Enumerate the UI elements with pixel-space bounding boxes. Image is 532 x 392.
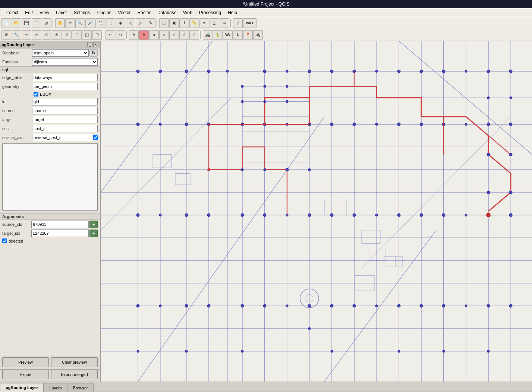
menu-layer[interactable]: Layer: [53, 9, 70, 16]
georef-btn[interactable]: 📍: [243, 30, 253, 40]
reverse-cost-checkbox[interactable]: [93, 135, 98, 140]
digitize-btn-10[interactable]: ⊞: [92, 30, 102, 40]
menu-raster[interactable]: Raster: [135, 9, 154, 16]
edge-table-row: edge_table: [0, 73, 100, 82]
pan-button[interactable]: ✋: [55, 18, 65, 28]
bbox-label[interactable]: BBOX: [40, 92, 51, 97]
target-ids-pick-button[interactable]: ●: [89, 230, 98, 237]
menu-project[interactable]: Project: [1, 9, 21, 16]
digitize-btn-4[interactable]: ✂: [32, 30, 41, 40]
label-btn-1[interactable]: A: [129, 30, 139, 40]
save-project-button[interactable]: 💾: [22, 18, 31, 28]
zoom-out-button[interactable]: 🔎: [85, 18, 95, 28]
digitize-btn-3[interactable]: ✏: [22, 30, 31, 40]
menu-edit[interactable]: Edit: [22, 9, 36, 16]
directed-checkbox[interactable]: [2, 238, 7, 243]
database-select[interactable]: osm_spain: [32, 49, 89, 57]
attribute-table-button[interactable]: ≡: [199, 18, 209, 28]
cost-input[interactable]: [32, 125, 98, 132]
select-rect-button[interactable]: ▣: [169, 18, 179, 28]
calculator-button[interactable]: ≋: [220, 18, 229, 28]
tab-browser[interactable]: Browser: [67, 383, 93, 392]
preview-button[interactable]: Preview: [2, 357, 49, 367]
digitize-btn-8[interactable]: ⊙: [72, 30, 82, 40]
source-input[interactable]: [32, 107, 98, 114]
zoom-next-button[interactable]: ▷: [136, 18, 145, 28]
help-button[interactable]: ?: [233, 18, 243, 28]
function-select[interactable]: dijkstra: [32, 58, 98, 66]
measure-button[interactable]: 📏: [189, 18, 199, 28]
undo-button[interactable]: ↩: [106, 30, 115, 40]
target-ids-input[interactable]: [31, 230, 89, 237]
digitize-btn-6[interactable]: ⊗: [52, 30, 62, 40]
new-project-button[interactable]: 📄: [1, 18, 11, 28]
digitize-btn-5[interactable]: ⊕: [42, 30, 51, 40]
zoom-full-button[interactable]: ⛶: [95, 18, 105, 28]
geometry-input[interactable]: [32, 83, 98, 90]
open-project-button[interactable]: 📂: [12, 18, 21, 28]
svg-point-51: [263, 70, 266, 73]
database-refresh-button[interactable]: ↻: [89, 49, 98, 57]
map-svg: [101, 41, 532, 382]
statistics-button[interactable]: Σ: [210, 18, 219, 28]
label-btn-7[interactable]: A: [189, 30, 199, 40]
menu-plugins[interactable]: Plugins: [94, 9, 114, 16]
digitize-btn-9[interactable]: ◫: [82, 30, 92, 40]
clear-preview-button[interactable]: Clear preview: [51, 357, 98, 367]
reverse-cost-input[interactable]: [32, 134, 92, 141]
toolbar2-separator-1: [103, 31, 104, 39]
target-ids-row: target_ids ●: [0, 229, 100, 238]
map-canvas-area[interactable]: [101, 41, 532, 382]
menu-help[interactable]: Help: [225, 9, 240, 16]
label-btn-5[interactable]: A: [169, 30, 179, 40]
panel-minimize-button[interactable]: _: [87, 42, 92, 47]
menu-vector[interactable]: Vector: [115, 9, 134, 16]
label-btn-4[interactable]: a: [159, 30, 169, 40]
zoom-in-button[interactable]: 🔍: [75, 18, 85, 28]
reverse-cost-row: reverse_cost: [0, 133, 100, 142]
bbox-checkbox[interactable]: [34, 92, 38, 97]
save-as-button[interactable]: 📋: [32, 18, 41, 28]
digitize-btn-7[interactable]: ⊘: [62, 30, 72, 40]
menu-database[interactable]: Database: [154, 9, 179, 16]
panel-close-button[interactable]: ✕: [93, 42, 98, 47]
wkt-button[interactable]: WKT: [243, 18, 256, 28]
digitize-btn-1[interactable]: ⚙: [1, 30, 11, 40]
svg-point-107: [375, 305, 378, 307]
id-input[interactable]: [32, 98, 98, 105]
plugin-btn[interactable]: 🔌: [253, 30, 263, 40]
tractor-btn[interactable]: 🚜: [203, 30, 213, 40]
target-input[interactable]: [32, 116, 98, 123]
label-btn-2[interactable]: A: [139, 30, 149, 40]
export-button[interactable]: Export: [2, 370, 49, 379]
directed-label[interactable]: directed: [9, 239, 23, 243]
zoom-prev-button[interactable]: ◁: [126, 18, 135, 28]
label-btn-6[interactable]: A: [179, 30, 189, 40]
digitize-button[interactable]: ✏: [65, 18, 75, 28]
tab-layers[interactable]: Layers: [44, 383, 67, 392]
python-btn[interactable]: 🐍: [213, 30, 223, 40]
wk-btn[interactable]: Wₖ: [223, 30, 233, 40]
menu-view[interactable]: View: [37, 9, 52, 16]
menubar: Project Edit View Layer Settings Plugins…: [0, 8, 532, 17]
action-btn[interactable]: ↻: [233, 30, 243, 40]
export-merged-button[interactable]: Export merged: [51, 370, 98, 379]
menu-settings[interactable]: Settings: [71, 9, 93, 16]
panel-spacer: [0, 244, 100, 355]
identify-button[interactable]: ℹ: [179, 18, 189, 28]
refresh-button[interactable]: ↻: [146, 18, 155, 28]
digitize-btn-2[interactable]: 🔧: [12, 30, 21, 40]
edge-table-input[interactable]: [32, 74, 98, 81]
select-button[interactable]: ⬚: [159, 18, 169, 28]
print-button[interactable]: 🖨: [42, 18, 51, 28]
zoom-layer-button[interactable]: ⬚: [106, 18, 115, 28]
zoom-selection-button[interactable]: ◈: [116, 18, 125, 28]
svg-point-53: [308, 70, 311, 73]
menu-web[interactable]: Web: [180, 9, 195, 16]
redo-button[interactable]: ↪: [116, 30, 125, 40]
tab-pgrouting[interactable]: pgRouting Layer: [0, 383, 44, 392]
menu-processing[interactable]: Processing: [196, 9, 224, 16]
source-ids-input[interactable]: [31, 221, 89, 228]
label-btn-3[interactable]: a: [149, 30, 159, 40]
source-ids-pick-button[interactable]: ●: [89, 221, 98, 228]
